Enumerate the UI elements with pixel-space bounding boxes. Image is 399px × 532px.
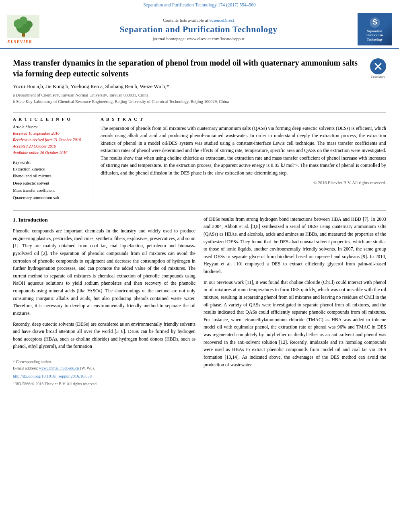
body-col-right: of DESs results from strong hydrogen bon…: [204, 216, 386, 387]
journal-title: Separation and Purification Technology: [39, 24, 358, 35]
article-info-abstract: A R T I C L E I N F O Article history: R…: [13, 112, 386, 205]
paper-content: Mass transfer dynamics in the separation…: [0, 49, 399, 392]
body-col-left: 1. Introduction Phenolic compounds are i…: [13, 216, 195, 387]
journal-citation-bar: Separation and Purification Technology 1…: [0, 0, 399, 9]
footer-notes: * Corresponding author. E-mail address: …: [13, 356, 195, 387]
elsevier-brand-text: ELSEVIER: [7, 39, 32, 44]
journal-center-info: Contents lists available at ScienceDirec…: [39, 18, 358, 41]
elsevier-tree-icon: [7, 15, 39, 38]
article-history: Article history: Received 16 September 2…: [13, 125, 87, 156]
sciencedirect-link[interactable]: ScienceDirect: [209, 18, 234, 23]
authors-line: Yucui Hou a,b, Jie Kong b, Yuehong Ren a…: [13, 83, 364, 90]
journal-homepage: journal homepage: www.elsevier.com/locat…: [39, 36, 358, 41]
copyright-line: © 2016 Elsevier B.V. All rights reserved…: [101, 180, 386, 185]
abstract-heading: A B S T R A C T: [101, 117, 386, 121]
abstract-section: A B S T R A C T The separation of phenol…: [101, 117, 386, 205]
body-para-3: of DESs results from strong hydrogen bon…: [204, 216, 386, 275]
title-text-block: Mass transfer dynamics in the separation…: [13, 58, 364, 109]
article-info-panel: A R T I C L E I N F O Article history: R…: [13, 117, 93, 205]
affiliations: a Department of Chemistry, Taiyuan Norma…: [13, 92, 364, 105]
body-para-2: Recently, deep eutectic solvents (DESs) …: [13, 320, 195, 351]
body-columns: 1. Introduction Phenolic compounds are i…: [13, 216, 386, 387]
body-para-4: In our previous work [11], it was found …: [204, 279, 386, 369]
section-divider: [13, 210, 386, 211]
paper-title: Mass transfer dynamics in the separation…: [13, 58, 364, 79]
corresponding-note: * Corresponding author.: [13, 359, 195, 365]
keywords-label: Keywords:: [13, 160, 87, 164]
section1-heading: 1. Introduction: [13, 216, 195, 224]
issn-line: 1383-5866/© 2016 Elsevier B.V. All right…: [13, 381, 195, 387]
article-history-label: Article history:: [13, 125, 87, 129]
keywords-section: Keywords: Extraction kinetics Phenol and…: [13, 160, 87, 201]
contents-line: Contents lists available at ScienceDirec…: [39, 18, 358, 23]
doi-link[interactable]: http://dx.doi.org/10.1016/j.seppur.2016.…: [13, 374, 92, 378]
journal-citation-text: Separation and Purification Technology 1…: [143, 2, 255, 7]
keywords-list: Extraction kinetics Phenol and oil mixtu…: [13, 166, 87, 201]
crossmark-badge[interactable]: CrossMark: [370, 58, 386, 74]
email-link[interactable]: wzwu@mail.buct.edu.cn: [39, 366, 80, 370]
paper-title-section: Mass transfer dynamics in the separation…: [13, 58, 386, 109]
elsevier-logo: ELSEVIER: [7, 15, 39, 44]
svg-text:S: S: [372, 18, 377, 26]
email-note: E-mail address: wzwu@mail.buct.edu.cn (W…: [13, 365, 195, 372]
svg-point-5: [19, 16, 27, 25]
article-info-heading: A R T I C L E I N F O: [13, 117, 87, 121]
body-para-1: Phenolic compounds are important chemica…: [13, 227, 195, 317]
journal-header: ELSEVIER Contents lists available at Sci…: [0, 9, 399, 49]
article-dates: Received 16 September 2016 Received in r…: [13, 130, 87, 156]
sep-purif-logo: S SeparationPurificationTechnology: [358, 13, 392, 45]
doi-line: http://dx.doi.org/10.1016/j.seppur.2016.…: [13, 373, 195, 380]
abstract-text: The separation of phenols from oil mixtu…: [101, 125, 386, 177]
